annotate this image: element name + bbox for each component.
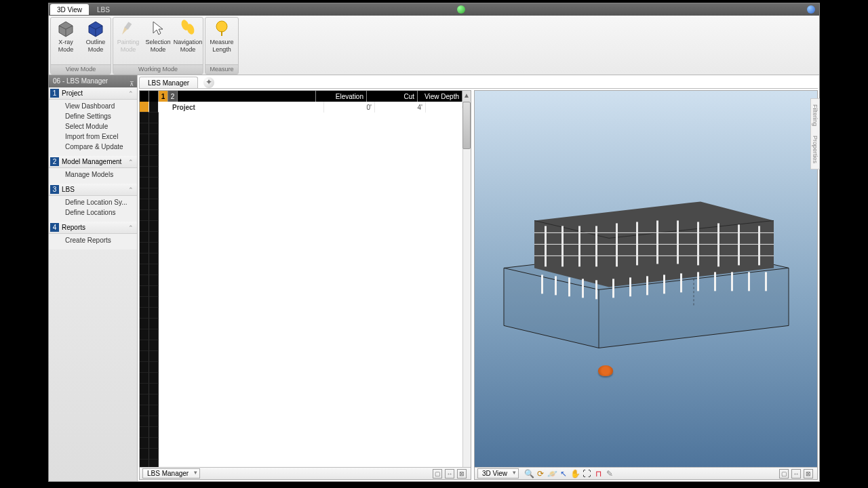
left-pane-combo[interactable]: LBS Manager: [142, 468, 200, 479]
sidebar: 06 - LBS Manager⊼ 1Project⌃View Dashboar…: [49, 75, 138, 481]
panel-filtering[interactable]: Filtering: [812, 104, 818, 126]
document-tabs: LBS Manager ✦: [139, 77, 818, 89]
xray-mode-button[interactable]: X-ray Mode: [51, 18, 81, 64]
sidebar-section-reports[interactable]: 4Reports⌃: [49, 222, 137, 234]
svg-point-2: [186, 23, 196, 35]
grid-col-elevation[interactable]: Elevation: [316, 91, 367, 102]
ribbon: X-ray Mode Outline Mode View Mode Painti…: [49, 16, 819, 75]
sidebar-section-lbs[interactable]: 3LBS⌃: [49, 184, 137, 196]
sidebar-item-select-module[interactable]: Select Module: [49, 121, 137, 131]
sidebar-item-manage-models[interactable]: Manage Models: [49, 169, 137, 180]
sidebar-section-project[interactable]: 1Project⌃: [49, 87, 137, 100]
sidebar-title: 06 - LBS Manager⊼: [49, 75, 137, 87]
svg-point-3: [216, 21, 227, 32]
outline-mode-button[interactable]: Outline Mode: [81, 18, 111, 64]
grid-cell-cut: 4': [375, 102, 426, 113]
window-tabbar: 3D View LBS: [49, 3, 819, 16]
pin-icon[interactable]: ⊼: [130, 78, 134, 90]
grid-col-cut[interactable]: Cut: [367, 91, 418, 102]
panel-properties[interactable]: Properties: [812, 136, 818, 163]
outline-mode-label: Outline Mode: [81, 39, 111, 54]
tab-lbs[interactable]: LBS: [90, 4, 117, 15]
grid-cell-name: Project: [159, 102, 324, 113]
grid-col-view-depth[interactable]: View Depth: [418, 91, 462, 102]
group-working-mode-label: Working Mode: [113, 64, 203, 74]
sidebar-item-define-location-sy-[interactable]: Define Location Sy...: [49, 197, 137, 207]
painting-mode-button[interactable]: Painting Mode: [113, 18, 143, 64]
measure-length-button[interactable]: Measure Length: [205, 18, 238, 64]
sidebar-item-create-reports[interactable]: Create Reports: [49, 235, 137, 245]
zoom-extent-icon[interactable]: ⛶: [582, 469, 591, 479]
grid-scrollbar[interactable]: [462, 102, 471, 467]
pane-minimize-button[interactable]: ▢: [433, 469, 442, 479]
svg-rect-0: [125, 22, 132, 30]
pane-split-button[interactable]: ↔: [445, 469, 454, 479]
3d-viewport[interactable]: [475, 91, 817, 467]
doc-tab-lbs-manager[interactable]: LBS Manager: [139, 77, 198, 88]
svg-rect-4: [221, 31, 222, 36]
grid-pane: 1 2 Elevation Cut View Depth ▲ Project: [139, 90, 471, 480]
refresh-icon[interactable]: [457, 5, 465, 14]
measure-length-label: Measure Length: [205, 39, 238, 54]
pane-close-button-right[interactable]: ⊠: [804, 469, 813, 479]
sidebar-item-import-from-excel[interactable]: Import from Excel: [49, 131, 137, 142]
grid-header: 1 2 Elevation Cut View Depth ▲: [140, 91, 471, 102]
pane-close-button[interactable]: ⊠: [457, 469, 467, 479]
selection-mode-button[interactable]: Selection Mode: [143, 18, 173, 64]
sidebar-item-compare-update[interactable]: Compare & Update: [49, 142, 137, 152]
group-measure-label: Measure: [205, 64, 238, 74]
xray-mode-label: X-ray Mode: [51, 39, 81, 54]
group-view-mode-label: View Mode: [51, 64, 111, 74]
grid-col-1[interactable]: 1: [159, 91, 168, 102]
pane-split-button-right[interactable]: ↔: [791, 469, 801, 479]
grid-cell-elevation: 0': [324, 102, 375, 113]
viewport-pane: 3D View 🔍 ⟳ 🪐 ↖ ✋ ⛶ ⊓ ✎: [474, 90, 818, 480]
magnet-icon[interactable]: ⊓: [593, 469, 603, 479]
navigation-mode-label: Navigation Mode: [173, 39, 203, 54]
orbit-icon[interactable]: ⟳: [536, 469, 545, 479]
sidebar-item-view-dashboard[interactable]: View Dashboard: [49, 101, 137, 111]
svg-point-1: [180, 19, 191, 31]
painting-mode-label: Painting Mode: [113, 39, 143, 54]
scroll-up-button[interactable]: ▲: [462, 91, 471, 102]
pane-minimize-button-right[interactable]: ▢: [779, 469, 789, 479]
selection-mode-label: Selection Mode: [143, 39, 173, 54]
navigation-mode-button[interactable]: Navigation Mode: [173, 18, 203, 64]
right-pane-combo[interactable]: 3D View: [477, 468, 519, 479]
collapsed-panels[interactable]: Filtering Properties: [810, 98, 820, 169]
cursor-icon[interactable]: ↖: [559, 469, 568, 479]
sidebar-item-define-settings[interactable]: Define Settings: [49, 111, 137, 121]
measure-icon[interactable]: ✎: [605, 469, 614, 479]
help-icon[interactable]: [807, 5, 815, 14]
grid-col-2[interactable]: 2: [168, 91, 178, 102]
add-tab-button[interactable]: ✦: [203, 77, 214, 88]
zoom-icon[interactable]: 🔍: [524, 469, 534, 479]
sidebar-section-model-management[interactable]: 2Model Management⌃: [49, 156, 137, 168]
sidebar-item-define-locations[interactable]: Define Locations: [49, 207, 137, 218]
pan-icon[interactable]: ✋: [570, 469, 580, 479]
planet-icon[interactable]: 🪐: [547, 469, 557, 479]
avatar-icon: [598, 365, 613, 376]
tab-3d-view[interactable]: 3D View: [50, 4, 89, 15]
grid-row-project[interactable]: Project 0' 4' 0': [140, 102, 471, 113]
